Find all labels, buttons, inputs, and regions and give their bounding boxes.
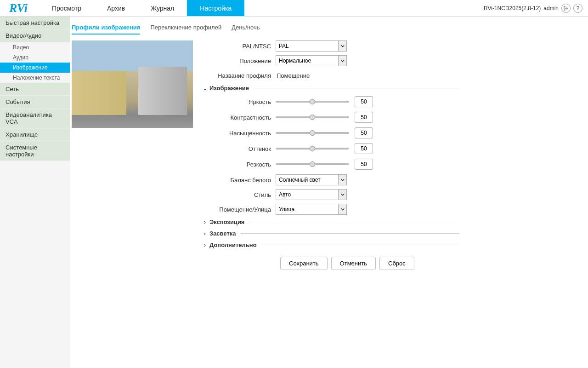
section-image[interactable]: ⌄ Изображение xyxy=(202,85,459,92)
sidebar-item[interactable]: Аудио xyxy=(0,52,70,63)
tabs: Профили изображенияПереключение профилей… xyxy=(72,17,588,35)
topnav-item[interactable]: Архив xyxy=(94,0,138,16)
logo: RVi xyxy=(0,1,39,15)
sidebar-category[interactable]: Видео/Аудио xyxy=(0,29,70,42)
sidebar-category[interactable]: Быстрая настройка xyxy=(0,17,70,29)
slider[interactable] xyxy=(276,145,349,152)
wb-label: Баланс белого xyxy=(202,177,276,184)
main-content: Профили изображенияПереключение профилей… xyxy=(70,17,588,368)
sidebar: Быстрая настройкаВидео/АудиоВидеоАудиоИз… xyxy=(0,17,70,368)
settings-form: PAL/NTSC PAL Положение Нормальное Назван… xyxy=(202,40,459,270)
slider-value[interactable] xyxy=(355,159,373,170)
section-exposure[interactable]: › Экспозиция xyxy=(202,218,459,225)
sidebar-category[interactable]: Хранилище xyxy=(0,128,70,141)
indoor-select[interactable]: Улица xyxy=(276,204,347,215)
sidebar-item[interactable]: Наложение текста xyxy=(0,73,70,83)
slider-label: Контрастность xyxy=(202,114,276,121)
chevron-right-icon: › xyxy=(202,242,208,248)
slider[interactable] xyxy=(276,130,349,136)
topnav-item[interactable]: Настройка xyxy=(187,0,244,16)
user-name: admin xyxy=(543,5,559,12)
topnav-item[interactable]: Журнал xyxy=(138,0,187,16)
palntsc-select[interactable]: PAL xyxy=(276,40,347,52)
logout-icon[interactable] xyxy=(561,4,571,13)
sidebar-item[interactable]: Изображение xyxy=(0,63,70,73)
chevron-down-icon: ⌄ xyxy=(202,85,208,92)
slider[interactable] xyxy=(276,161,349,167)
section-image-title: Изображение xyxy=(209,85,249,92)
slider-label: Насыщенность xyxy=(202,130,276,137)
slider-label: Резкость xyxy=(202,161,276,168)
palntsc-label: PAL/NTSC xyxy=(202,43,276,50)
video-preview xyxy=(72,40,193,128)
indoor-label: Помещение/Улица xyxy=(202,206,276,213)
position-select[interactable]: Нормальное xyxy=(276,55,347,66)
chevron-right-icon: › xyxy=(202,230,208,237)
sidebar-category[interactable]: Системные настройки xyxy=(0,141,70,161)
slider-label: Яркость xyxy=(202,98,276,105)
topbar-right: RVi-1NCD2025(2.8-12) admin ? xyxy=(484,4,588,13)
chevron-right-icon: › xyxy=(202,218,208,225)
tab[interactable]: Переключение профилей xyxy=(150,21,221,34)
slider[interactable] xyxy=(276,114,349,121)
section-backlight-title: Засветка xyxy=(209,230,236,237)
topnav: ПросмотрАрхивЖурналНастройка xyxy=(39,0,244,16)
section-advanced-title: Дополнительно xyxy=(209,242,257,248)
slider-value[interactable] xyxy=(355,143,373,154)
profile-name-value: Помещение xyxy=(276,72,310,79)
save-button[interactable]: Сохранить xyxy=(280,257,328,270)
section-backlight[interactable]: › Засветка xyxy=(202,230,459,237)
sidebar-category[interactable]: Сеть xyxy=(0,83,70,96)
reset-button[interactable]: Сброс xyxy=(379,257,414,270)
slider-value[interactable] xyxy=(355,112,373,123)
cancel-button[interactable]: Отменить xyxy=(331,257,376,270)
slider-value[interactable] xyxy=(355,96,373,107)
sidebar-item[interactable]: Видео xyxy=(0,42,70,52)
sidebar-category[interactable]: События xyxy=(0,96,70,109)
style-label: Стиль xyxy=(202,191,276,198)
slider-value[interactable] xyxy=(355,127,373,138)
slider-label: Оттенок xyxy=(202,145,276,152)
topnav-item[interactable]: Просмотр xyxy=(39,0,94,16)
section-exposure-title: Экспозиция xyxy=(209,218,244,225)
help-icon[interactable]: ? xyxy=(573,4,582,13)
tab[interactable]: Профили изображения xyxy=(72,21,140,34)
device-model: RVi-1NCD2025(2.8-12) xyxy=(484,5,541,12)
section-advanced[interactable]: › Дополнительно xyxy=(202,242,459,248)
tab[interactable]: День/ночь xyxy=(232,21,260,34)
slider[interactable] xyxy=(276,98,349,105)
style-select[interactable]: Авто xyxy=(276,189,347,200)
sidebar-category[interactable]: Видеоаналитика VCA xyxy=(0,109,70,128)
topbar: RVi ПросмотрАрхивЖурналНастройка RVi-1NC… xyxy=(0,0,588,17)
wb-select[interactable]: Солнечный свет xyxy=(276,174,347,185)
position-label: Положение xyxy=(202,58,276,64)
profile-name-label: Название профиля xyxy=(202,72,276,79)
